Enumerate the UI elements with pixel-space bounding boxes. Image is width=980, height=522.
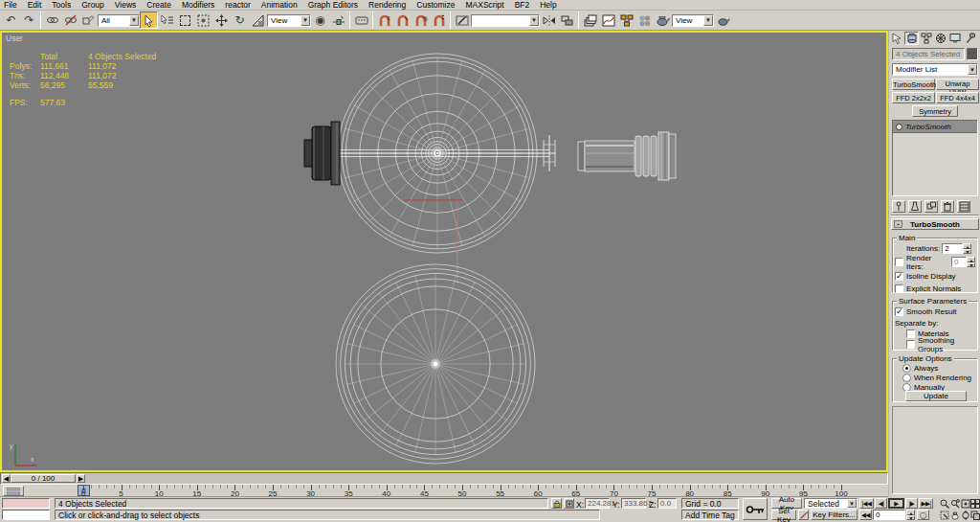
- menu-item-graph-editors[interactable]: Graph Editors: [308, 0, 358, 10]
- key-filters-button[interactable]: Key Filters...: [811, 510, 858, 520]
- modifier-stack[interactable]: TurboSmooth: [892, 120, 978, 196]
- smooth-result-checkbox[interactable]: ✓: [895, 307, 903, 316]
- menu-item-customize[interactable]: Customize: [416, 0, 455, 10]
- arc-rotate-icon[interactable]: [961, 510, 970, 520]
- z-coordinate-field[interactable]: 0.0: [657, 498, 677, 509]
- zoom-extents-all-icon[interactable]: [970, 498, 980, 509]
- menu-item-group[interactable]: Group: [81, 0, 104, 10]
- render-setup-icon[interactable]: [654, 11, 672, 29]
- modifier-button-ffd-2x2x2[interactable]: FFD 2x2x2: [892, 92, 935, 103]
- turbosmooth-rollout-header[interactable]: - TurboSmooth: [891, 218, 979, 230]
- menu-item-help[interactable]: Help: [540, 0, 556, 10]
- maxscript-mini-listener-pink[interactable]: [2, 498, 50, 509]
- tab-hierarchy-icon[interactable]: [919, 32, 933, 45]
- time-slider-next-icon[interactable]: ▶: [77, 474, 85, 483]
- menu-item-edit[interactable]: Edit: [28, 0, 42, 10]
- object-name-field[interactable]: 4 Objects Selected: [892, 48, 965, 60]
- select-and-manipulate-icon[interactable]: [329, 11, 347, 29]
- schematic-view-icon[interactable]: [617, 11, 635, 29]
- named-selection-sets-select[interactable]: ▼: [471, 14, 540, 27]
- menu-item-animation[interactable]: Animation: [261, 0, 298, 10]
- time-slider-prev-icon[interactable]: ◀: [2, 474, 11, 483]
- update-when-rendering-radio[interactable]: [902, 374, 911, 382]
- key-filter-select[interactable]: Selected ▼: [804, 498, 858, 509]
- menu-item-rendering[interactable]: Rendering: [368, 0, 406, 10]
- snap-toggle-3d-icon[interactable]: 3: [375, 11, 393, 29]
- percent-snap-icon[interactable]: %: [412, 11, 430, 29]
- chevron-down-icon[interactable]: ▼: [301, 15, 310, 26]
- pin-stack-icon[interactable]: [892, 200, 905, 213]
- absolute-offset-toggle-icon[interactable]: [564, 498, 574, 509]
- update-button[interactable]: Update: [905, 391, 967, 401]
- time-configuration-icon[interactable]: ◯: [917, 510, 929, 520]
- select-and-move-icon[interactable]: [212, 11, 231, 29]
- isoline-display-checkbox[interactable]: ✓: [895, 272, 903, 281]
- tab-motion-icon[interactable]: [933, 32, 947, 45]
- unlink-selection-icon[interactable]: [61, 11, 79, 29]
- zoom-extents-icon[interactable]: [961, 498, 970, 509]
- render-iters-checkbox[interactable]: [895, 258, 903, 266]
- menu-item-file[interactable]: File: [4, 0, 17, 10]
- chevron-down-icon[interactable]: ▼: [529, 15, 539, 26]
- update-always-radio[interactable]: [902, 364, 911, 373]
- spinner-snap-icon[interactable]: [430, 11, 448, 29]
- current-frame-field[interactable]: 0: [873, 510, 905, 520]
- tab-display-icon[interactable]: [947, 32, 962, 45]
- select-and-link-icon[interactable]: [43, 11, 61, 29]
- rollout-collapse-icon[interactable]: -: [894, 220, 902, 228]
- named-selection-sets-icon[interactable]: [453, 11, 471, 29]
- iterations-spinner[interactable]: [963, 243, 971, 254]
- modifier-button-ffd-4x4x4[interactable]: FFD 4x4x4: [936, 92, 979, 103]
- modifier-enabled-icon[interactable]: [896, 124, 902, 130]
- viewport-user[interactable]: y x User Total 4 Objects Selected Polys:…: [0, 31, 888, 472]
- lock-selection-icon[interactable]: [551, 498, 562, 509]
- menu-item-maxscript[interactable]: MAXScript: [465, 0, 503, 10]
- keyboard-override-icon[interactable]: [352, 11, 370, 29]
- chevron-down-icon[interactable]: ▼: [968, 64, 977, 75]
- tab-utilities-icon[interactable]: [962, 32, 976, 45]
- go-to-start-icon[interactable]: |◀◀: [859, 498, 874, 509]
- quick-render-icon[interactable]: [714, 11, 732, 29]
- chevron-down-icon[interactable]: ▼: [129, 15, 139, 26]
- window-crossing-icon[interactable]: [194, 11, 212, 29]
- undo-icon[interactable]: ↶: [2, 11, 20, 29]
- curve-editor-icon[interactable]: [599, 11, 617, 29]
- reference-coordinate-select[interactable]: View ▼: [267, 14, 311, 27]
- time-slider-thumb[interactable]: 0 / 100: [11, 474, 76, 483]
- select-and-scale-icon[interactable]: [249, 11, 267, 29]
- next-frame-icon[interactable]: |▶: [905, 498, 918, 509]
- materials-checkbox[interactable]: [906, 329, 915, 338]
- select-object-button[interactable]: [140, 11, 158, 29]
- modifier-button-symmetry[interactable]: Symmetry: [912, 105, 958, 117]
- menu-item-views[interactable]: Views: [115, 0, 137, 10]
- toggle-set-key-mode-icon[interactable]: [743, 498, 768, 520]
- zoom-all-icon[interactable]: [950, 498, 960, 509]
- mirror-icon[interactable]: [540, 11, 558, 29]
- frame-spinner[interactable]: [906, 510, 915, 520]
- select-by-name-icon[interactable]: [158, 11, 176, 29]
- menu-item-reactor[interactable]: reactor: [225, 0, 250, 10]
- go-to-end-icon[interactable]: ▶▶|: [919, 498, 933, 509]
- add-time-tag[interactable]: Add Time Tag: [681, 510, 739, 520]
- remove-modifier-icon[interactable]: [941, 200, 954, 213]
- menu-item-bf2[interactable]: BF2: [515, 0, 530, 10]
- show-end-result-icon[interactable]: [908, 200, 922, 213]
- iterations-input[interactable]: 2: [942, 243, 963, 254]
- rectangular-selection-region-icon[interactable]: [176, 11, 194, 29]
- set-key-button[interactable]: Set Key: [771, 510, 796, 520]
- render-type-select[interactable]: View ▼: [672, 14, 714, 27]
- x-coordinate-field[interactable]: 224.281: [585, 498, 610, 509]
- chevron-down-icon[interactable]: ▼: [703, 15, 713, 26]
- default-tangent-icon[interactable]: [798, 510, 809, 520]
- selection-filter-select[interactable]: All ▼: [98, 14, 140, 27]
- viewport-label[interactable]: User: [6, 34, 23, 43]
- redo-icon[interactable]: ↷: [20, 11, 38, 29]
- material-editor-icon[interactable]: [635, 11, 654, 29]
- menu-item-create[interactable]: Create: [146, 0, 171, 10]
- object-color-swatch[interactable]: [967, 48, 978, 60]
- configure-modifier-sets-icon[interactable]: [957, 200, 970, 213]
- smoothing-groups-checkbox[interactable]: [906, 340, 915, 349]
- chevron-down-icon[interactable]: ▼: [847, 499, 857, 508]
- zoom-icon[interactable]: [940, 498, 949, 509]
- bind-to-spacewarp-icon[interactable]: [79, 11, 98, 29]
